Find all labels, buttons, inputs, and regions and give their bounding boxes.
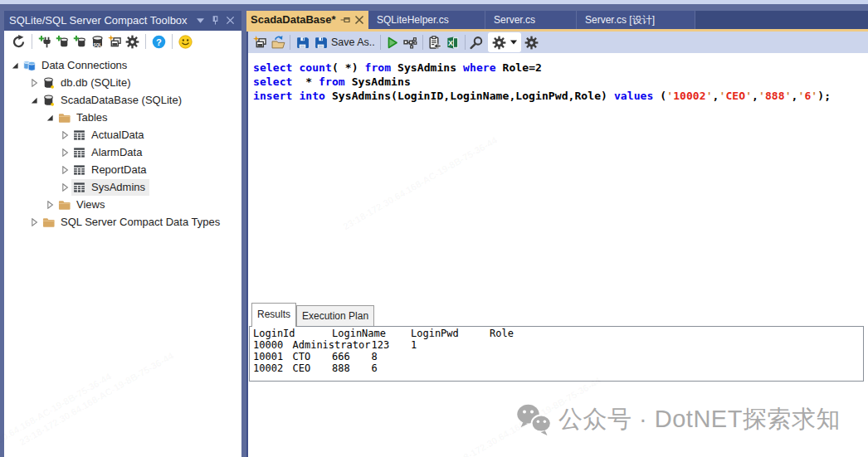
- toolbar-separator: [465, 35, 466, 50]
- create-database-button[interactable]: [71, 33, 89, 51]
- tree-item-label: ReportData: [89, 162, 149, 177]
- results-tab[interactable]: Results: [251, 303, 296, 327]
- smiley-icon: [178, 35, 193, 49]
- tree-item-sql-server-compact-data-types[interactable]: SQL Server Compact Data Types: [4, 213, 241, 231]
- editor-body: Save As.. select count( *) from SysAdmin…: [246, 32, 868, 457]
- save-as-label[interactable]: Save As..: [331, 36, 375, 48]
- pin-icon[interactable]: [340, 15, 350, 25]
- save-icon: [314, 36, 328, 50]
- sql-code[interactable]: select count( *) from SysAdmins where Ro…: [248, 53, 868, 103]
- tree-item-alarmdata[interactable]: AlarmData: [4, 143, 241, 161]
- options-button[interactable]: [524, 33, 539, 51]
- execution-plan-tab[interactable]: Execution Plan: [296, 305, 374, 326]
- save-button[interactable]: [295, 33, 310, 51]
- tree-item-actualdata[interactable]: ActualData: [4, 126, 241, 143]
- gear-icon: [492, 36, 506, 50]
- expander-closed-icon[interactable]: [30, 79, 38, 87]
- refresh-button[interactable]: [10, 33, 27, 51]
- table-icon: [73, 181, 85, 193]
- expander-closed-icon[interactable]: [61, 166, 69, 174]
- open-query-button[interactable]: [271, 33, 285, 51]
- tab-server-cs[interactable]: Server.cs: [485, 11, 577, 29]
- expander-closed-icon[interactable]: [61, 183, 69, 192]
- execute-button[interactable]: [385, 33, 400, 51]
- script-database-button[interactable]: [89, 33, 106, 51]
- tree-item-views[interactable]: Views: [4, 196, 241, 213]
- expander-closed-icon[interactable]: [61, 148, 69, 157]
- tab-label: ScadaDataBase*: [251, 11, 336, 29]
- toolbar-separator: [32, 34, 32, 49]
- window-top-strip: [0, 0, 868, 4]
- table-icon: [73, 163, 85, 176]
- toolwindow-titlebar[interactable]: SQLite/SQL Server Compact Toolbox: [4, 11, 241, 31]
- options-button[interactable]: [124, 33, 141, 51]
- tree-item-label: Data Connections: [39, 57, 129, 73]
- toolbar-separator: [380, 35, 381, 50]
- close-icon[interactable]: [354, 15, 364, 25]
- tree-item-db-db-sqlite[interactable]: db.db (SQLite): [4, 74, 241, 91]
- tab-server-cs-design[interactable]: Server.cs [设计]: [577, 11, 695, 29]
- wechat-icon: [516, 403, 553, 436]
- tab-scadadatabase[interactable]: ScadaDataBase*: [246, 11, 368, 29]
- toolbar-separator: [172, 34, 173, 49]
- results-grid-box[interactable]: LoginIdLoginNameLoginPwdRole10000Adminis…: [249, 326, 864, 382]
- gear-icon: [524, 36, 539, 50]
- parse-button[interactable]: [427, 33, 442, 51]
- sql-editor[interactable]: select count( *) from SysAdmins where Ro…: [248, 53, 868, 297]
- new-query-button[interactable]: [106, 33, 124, 51]
- add-sqlserverce-connection-button[interactable]: [37, 33, 54, 51]
- chevron-down-icon: [197, 17, 204, 24]
- help-button[interactable]: [150, 33, 168, 51]
- add-sqlite-connection-button[interactable]: [54, 33, 71, 51]
- options-dropdown-button[interactable]: [488, 32, 521, 52]
- auto-hide-pin-button[interactable]: [210, 15, 221, 26]
- toolbox-panel: SQLite/SQL Server Compact Toolbox Data C…: [4, 11, 241, 457]
- table-icon: [73, 146, 85, 158]
- window-position-button[interactable]: [195, 15, 206, 26]
- excel-icon: [446, 36, 460, 50]
- tab-label: SQLiteHelper.cs: [377, 14, 449, 26]
- expander-closed-icon[interactable]: [61, 131, 69, 139]
- tree-item-sysadmins[interactable]: SysAdmins: [4, 178, 241, 196]
- folder-icon: [58, 198, 71, 211]
- search-button[interactable]: [470, 33, 485, 51]
- tree-item-label: db.db (SQLite): [58, 75, 134, 90]
- tree-item-scadadatabase-sqlite[interactable]: ScadaDataBase (SQLite): [4, 91, 241, 109]
- query-toolbar: Save As..: [248, 32, 868, 53]
- close-toolwindow-button[interactable]: [225, 15, 236, 26]
- expander-open-icon[interactable]: [30, 96, 38, 105]
- sql-database-icon: [90, 35, 105, 49]
- close-icon: [226, 16, 235, 25]
- results-grid-row: 10002CEO8886: [253, 362, 863, 374]
- toolbar-separator: [290, 35, 290, 50]
- help-icon: [152, 35, 166, 49]
- new-query-button[interactable]: [252, 33, 267, 51]
- tree-item-label: ScadaDataBase (SQLite): [58, 92, 184, 108]
- results-tabstrip: ResultsExecution Plan: [251, 303, 374, 326]
- results-grid-row: 10001CTO6668: [253, 351, 863, 362]
- expander-closed-icon[interactable]: [30, 218, 38, 226]
- gear-icon: [125, 35, 139, 49]
- folder-icon: [42, 216, 55, 228]
- expander-open-icon[interactable]: [46, 114, 54, 122]
- tree-item-data-connections[interactable]: Data Connections: [4, 56, 241, 74]
- results-grid-row: 10000Administrator1231: [253, 339, 863, 351]
- table-icon: [73, 129, 85, 141]
- tree-item-reportdata[interactable]: ReportData: [4, 161, 241, 178]
- execute-with-plan-button[interactable]: [403, 33, 418, 51]
- open-query-icon: [271, 36, 285, 50]
- brand-watermark-text: 公众号 · DotNET探索求知: [558, 403, 841, 436]
- feedback-button[interactable]: [177, 33, 194, 51]
- tree-item-tables[interactable]: Tables: [4, 109, 241, 126]
- export-excel-button[interactable]: [446, 33, 461, 51]
- tab-sqlitehelper[interactable]: SQLiteHelper.cs: [368, 11, 485, 29]
- expander-open-icon[interactable]: [11, 61, 19, 70]
- save-as-button[interactable]: [313, 33, 328, 51]
- toolbar-separator: [422, 35, 423, 50]
- tree-item-label: ActualData: [89, 127, 147, 143]
- expander-closed-icon[interactable]: [46, 201, 54, 209]
- results-grid-text: LoginIdLoginNameLoginPwdRole10000Adminis…: [250, 327, 863, 374]
- new-query-icon: [253, 36, 267, 50]
- tree-item-label: Views: [74, 197, 107, 212]
- pin-icon: [211, 16, 220, 25]
